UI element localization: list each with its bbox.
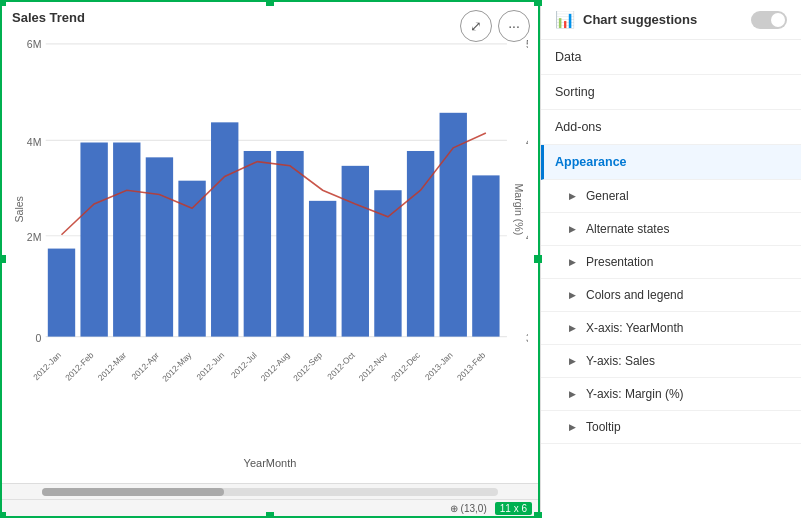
menu-label-tooltip: Tooltip [586,420,621,434]
size-badge: 11 x 6 [495,502,532,515]
chevron-icon-general: ▶ [569,191,576,201]
svg-text:2012-Jul: 2012-Jul [229,350,259,380]
svg-text:2012-Feb: 2012-Feb [63,350,96,383]
svg-text:6M: 6M [27,38,42,50]
svg-text:2012-Apr: 2012-Apr [129,350,161,382]
chart-suggestions-icon: 📊 [555,10,575,29]
menu-item-alternate-states[interactable]: ▶Alternate states [541,213,801,246]
svg-rect-19 [211,122,238,336]
panel-header: 📊 Chart suggestions [541,0,801,40]
menu-item-data[interactable]: Data [541,40,801,75]
resize-tm[interactable] [266,0,274,6]
svg-rect-14 [48,249,75,337]
svg-text:4M: 4M [27,136,42,148]
svg-text:35: 35 [526,332,528,344]
menu-item-presentation[interactable]: ▶Presentation [541,246,801,279]
svg-text:2012-Jan: 2012-Jan [31,350,63,382]
panel-header-title-group: 📊 Chart suggestions [555,10,697,29]
menu-label-colors-legend: Colors and legend [586,288,683,302]
svg-rect-22 [309,201,336,337]
resize-tl[interactable] [0,0,6,6]
more-button[interactable]: ··· [498,10,530,42]
chevron-icon-y-axis-sales: ▶ [569,356,576,366]
menu-label-presentation: Presentation [586,255,653,269]
chevron-icon-colors-legend: ▶ [569,290,576,300]
menu-item-appearance[interactable]: Appearance [541,145,801,180]
chart-svg: 6M 4M 2M 0 Sales 50 45 40 35 Margin (%) [12,29,528,443]
svg-rect-26 [440,113,467,337]
svg-text:40: 40 [526,231,528,243]
scrollbar-track[interactable] [42,488,498,496]
svg-rect-16 [113,142,140,336]
x-axis-label: YearMonth [244,457,297,469]
resize-bm[interactable] [266,512,274,518]
svg-text:2013-Feb: 2013-Feb [455,350,488,383]
resize-bl[interactable] [0,512,6,518]
menu-item-sorting[interactable]: Sorting [541,75,801,110]
scrollbar-area [2,483,538,500]
right-panel: 📊 Chart suggestions DataSortingAdd-onsAp… [540,0,801,518]
svg-text:Margin (%): Margin (%) [513,183,525,235]
svg-text:2012-Aug: 2012-Aug [259,350,292,383]
svg-rect-17 [146,157,173,336]
svg-text:Sales: Sales [13,196,25,222]
chevron-icon-y-axis-margin: ▶ [569,389,576,399]
chart-container: ⤢ ··· Sales Trend 6M 4M 2M 0 Sales 50 45… [0,0,540,518]
menu-item-general[interactable]: ▶General [541,180,801,213]
menu-item-y-axis-sales[interactable]: ▶Y-axis: Sales [541,345,801,378]
svg-text:2012-Oct: 2012-Oct [325,350,357,382]
resize-ml[interactable] [0,255,6,263]
menu-label-y-axis-sales: Y-axis: Sales [586,354,655,368]
chart-toolbar: ⤢ ··· [460,10,530,42]
menu-label-general: General [586,189,629,203]
panel-title: Chart suggestions [583,12,697,27]
resize-tr[interactable] [534,0,542,6]
svg-rect-15 [80,142,107,336]
expand-button[interactable]: ⤢ [460,10,492,42]
svg-rect-27 [472,175,499,336]
svg-text:2013-Jan: 2013-Jan [423,350,455,382]
svg-text:2012-May: 2012-May [160,349,194,383]
chart-inner: 6M 4M 2M 0 Sales 50 45 40 35 Margin (%) [12,25,528,483]
menu-item-x-axis[interactable]: ▶X-axis: YearMonth [541,312,801,345]
svg-text:2012-Mar: 2012-Mar [96,350,129,383]
resize-mr[interactable] [534,255,542,263]
resize-br[interactable] [534,512,542,518]
chevron-icon-alternate-states: ▶ [569,224,576,234]
menu-label-alternate-states: Alternate states [586,222,669,236]
position-indicator: ⊕ (13,0) [450,503,487,514]
menu-item-tooltip[interactable]: ▶Tooltip [541,411,801,444]
menu-item-colors-legend[interactable]: ▶Colors and legend [541,279,801,312]
svg-text:2M: 2M [27,231,42,243]
svg-rect-23 [342,166,369,337]
menu-item-addons[interactable]: Add-ons [541,110,801,145]
panel-menu: DataSortingAdd-onsAppearance▶General▶Alt… [541,40,801,518]
menu-item-y-axis-margin[interactable]: ▶Y-axis: Margin (%) [541,378,801,411]
svg-text:45: 45 [526,136,528,148]
chevron-icon-tooltip: ▶ [569,422,576,432]
menu-label-x-axis: X-axis: YearMonth [586,321,683,335]
svg-text:2012-Nov: 2012-Nov [357,349,390,383]
svg-rect-21 [276,151,303,337]
svg-text:2012-Dec: 2012-Dec [389,350,422,383]
svg-text:2012-Jun: 2012-Jun [194,350,226,382]
svg-rect-20 [244,151,271,337]
svg-text:2012-Sep: 2012-Sep [291,350,324,383]
chart-suggestions-toggle[interactable] [751,11,787,29]
scrollbar-thumb[interactable] [42,488,224,496]
chevron-icon-x-axis: ▶ [569,323,576,333]
menu-label-y-axis-margin: Y-axis: Margin (%) [586,387,684,401]
svg-text:0: 0 [36,332,42,344]
chevron-icon-presentation: ▶ [569,257,576,267]
